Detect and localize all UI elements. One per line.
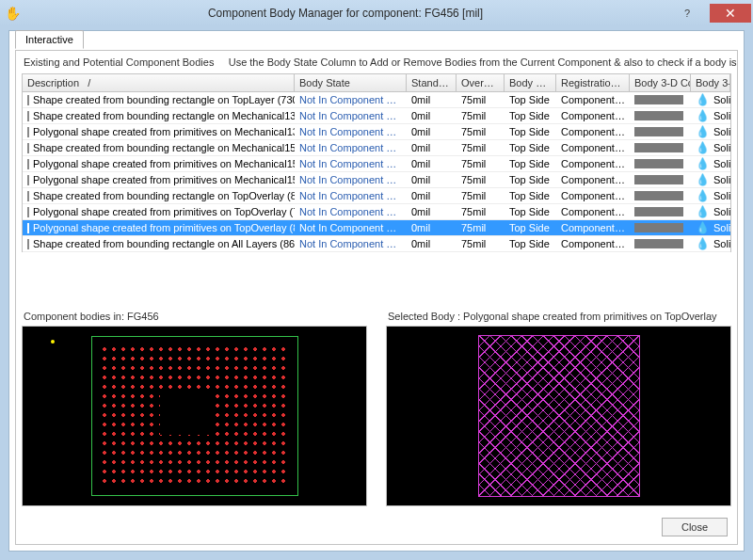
cell-body-state[interactable]: Not In Component FG456 [295, 125, 407, 138]
table-row[interactable]: Shape created from bounding rectangle on… [23, 140, 730, 156]
table-row[interactable]: Polygonal shape created from primitives … [23, 204, 730, 220]
preview-left: Component bodies in: FG456 [22, 311, 367, 506]
cell-projection: Top Side [505, 237, 556, 250]
cell-3d-model[interactable]: 💧Solid [691, 92, 730, 107]
cell-registration: ComponentBody [556, 109, 630, 122]
cell-description: Shape created from bounding rectangle on… [33, 190, 295, 201]
preview-right-label: Selected Body : Polygonal shape created … [388, 311, 731, 322]
row-checkbox[interactable] [27, 191, 29, 201]
cell-3d-model[interactable]: 💧Solid [691, 140, 730, 155]
cell-body-state[interactable]: Not In Component FG456 [295, 93, 407, 106]
row-checkbox[interactable] [27, 207, 29, 217]
row-checkbox[interactable] [27, 175, 29, 185]
cell-3d-model[interactable]: 💧Solid [691, 236, 730, 251]
table-row[interactable]: Shape created from bounding rectangle on… [23, 236, 730, 252]
cell-body-state[interactable]: Not In Component FG456 [295, 237, 407, 250]
row-checkbox[interactable] [27, 111, 29, 121]
window-title: Component Body Manager for component: FG… [24, 7, 666, 20]
instruction-text: Existing and Potential Component Bodies … [16, 51, 737, 73]
cell-description: Polygonal shape created from primitives … [33, 126, 295, 137]
bodies-grid[interactable]: Description / Body State Standoff H... O… [22, 73, 731, 252]
cell-3d-color[interactable] [630, 94, 691, 105]
table-row[interactable]: Shape created from bounding rectangle on… [23, 108, 730, 124]
col-3d-model[interactable]: Body 3-D ... [691, 74, 730, 91]
row-checkbox[interactable] [27, 239, 29, 249]
cell-body-state[interactable]: Not In Component FG456 [295, 109, 407, 122]
instruction-lead: Existing and Potential Component Bodies [24, 56, 214, 68]
cell-3d-color[interactable] [630, 190, 691, 201]
cell-projection: Top Side [505, 189, 556, 202]
cell-3d-model[interactable]: 💧Solid [691, 188, 730, 203]
row-checkbox[interactable] [27, 223, 29, 233]
col-body-state[interactable]: Body State [295, 74, 407, 91]
cell-projection: Top Side [505, 173, 556, 186]
cell-3d-color[interactable] [630, 206, 691, 217]
cell-description: Shape created from bounding rectangle on… [33, 238, 295, 249]
cell-3d-color[interactable] [630, 238, 691, 249]
cell-overall: 75mil [457, 93, 505, 106]
col-projection[interactable]: Body Proje... [505, 74, 556, 91]
grid-header[interactable]: Description / Body State Standoff H... O… [23, 74, 730, 92]
col-3d-color[interactable]: Body 3-D Co... [630, 74, 691, 91]
preview-right-canvas [386, 326, 731, 506]
row-checkbox[interactable] [27, 95, 29, 105]
window-close-button[interactable]: ✕ [710, 4, 751, 23]
droplet-icon: 💧 [696, 141, 710, 154]
close-button[interactable]: Close [662, 518, 728, 536]
cell-3d-color[interactable] [630, 142, 691, 153]
droplet-icon: 💧 [696, 173, 710, 186]
cell-body-state[interactable]: Not In Component FG456 [295, 221, 407, 234]
table-row[interactable]: Polygonal shape created from primitives … [23, 156, 730, 172]
col-description[interactable]: Description / [23, 74, 295, 91]
cell-description: Polygonal shape created from primitives … [33, 174, 295, 185]
cell-3d-model[interactable]: 💧Solid [691, 172, 730, 187]
col-standoff[interactable]: Standoff H... [407, 74, 457, 91]
cell-3d-color[interactable] [630, 158, 691, 169]
cell-registration: ComponentBody [556, 173, 630, 186]
instruction-rest: Use the Body State Column to Add or Remo… [229, 56, 737, 68]
cell-3d-model[interactable]: 💧Solid [691, 156, 730, 171]
cell-3d-color[interactable] [630, 174, 691, 185]
origin-marker-icon [51, 340, 55, 344]
preview-right: Selected Body : Polygonal shape created … [386, 311, 731, 506]
preview-area: Component bodies in: FG456 Selected Body… [22, 311, 731, 506]
cell-standoff: 0mil [407, 237, 457, 250]
cell-3d-model[interactable]: 💧Solid [691, 124, 730, 139]
row-checkbox[interactable] [27, 127, 29, 137]
cell-standoff: 0mil [407, 205, 457, 218]
color-swatch-icon [634, 191, 683, 200]
dialog-body: Interactive Existing and Potential Compo… [8, 30, 745, 552]
col-registration[interactable]: Registration La... [556, 74, 630, 91]
table-row[interactable]: Shape created from bounding rectangle on… [23, 188, 730, 204]
cell-projection: Top Side [505, 221, 556, 234]
cell-body-state[interactable]: Not In Component FG456 [295, 205, 407, 218]
cell-standoff: 0mil [407, 141, 457, 154]
color-swatch-icon [634, 95, 683, 104]
droplet-icon: 💧 [696, 189, 710, 202]
cell-projection: Top Side [505, 109, 556, 122]
table-row[interactable]: Shape created from bounding rectangle on… [23, 92, 730, 108]
row-checkbox[interactable] [27, 159, 29, 169]
cell-3d-color[interactable] [630, 126, 691, 137]
table-row[interactable]: Polygonal shape created from primitives … [23, 124, 730, 140]
cell-standoff: 0mil [407, 157, 457, 170]
cell-projection: Top Side [505, 205, 556, 218]
cell-body-state[interactable]: Not In Component FG456 [295, 173, 407, 186]
droplet-icon: 💧 [696, 125, 710, 138]
cell-3d-model[interactable]: 💧Solid [691, 108, 730, 123]
col-overall[interactable]: Overall H... [457, 74, 505, 91]
cell-body-state[interactable]: Not In Component FG456 [295, 157, 407, 170]
cell-body-state[interactable]: Not In Component FG456 [295, 141, 407, 154]
cell-3d-color[interactable] [630, 110, 691, 121]
row-checkbox[interactable] [27, 143, 29, 153]
cell-3d-model[interactable]: 💧Solid [691, 220, 730, 235]
cell-3d-model[interactable]: 💧Solid [691, 204, 730, 219]
color-swatch-icon [634, 207, 683, 216]
cell-3d-color[interactable] [630, 222, 691, 233]
tab-interactive[interactable]: Interactive [15, 30, 84, 49]
help-button[interactable]: ? [666, 4, 708, 23]
table-row[interactable]: Polygonal shape created from primitives … [23, 220, 730, 236]
table-row[interactable]: Polygonal shape created from primitives … [23, 172, 730, 188]
cell-body-state[interactable]: Not In Component FG456 [295, 189, 407, 202]
cell-description: Polygonal shape created from primitives … [33, 158, 295, 169]
